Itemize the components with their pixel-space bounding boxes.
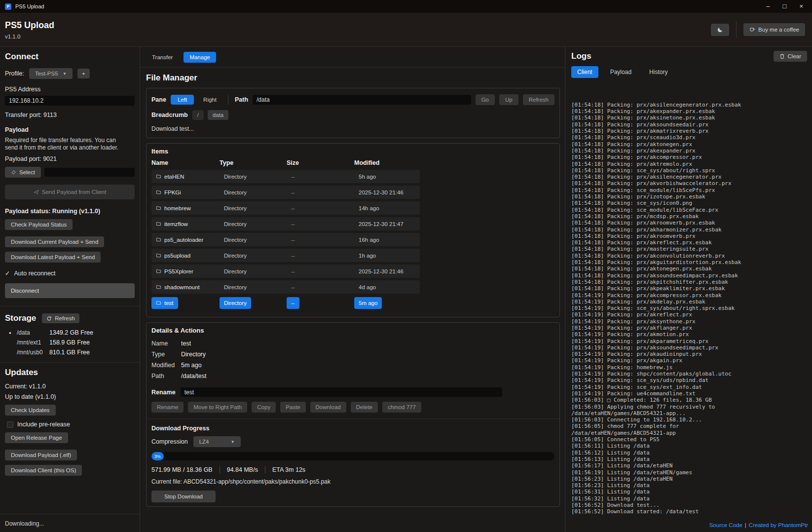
action-button[interactable]: Download [310,402,346,413]
action-button[interactable]: Delete [351,402,378,413]
logs-panel: Logs Clear Client Payload History [01:54… [565,47,812,532]
select-payload-button[interactable]: Select [5,167,41,178]
tab-payload[interactable]: Payload [604,66,637,78]
current-file-text: Current file: ABCD54321-app/shpc/content… [151,478,554,485]
refresh-button[interactable]: Refresh [523,94,554,105]
table-row[interactable]: shadowmount Directory -- 4d ago [151,280,420,294]
ps5-address-input[interactable] [5,96,135,106]
log-line: [01:56:52] Download test... [571,502,809,508]
breadcrumb-chip[interactable]: / [192,110,204,120]
source-code-link[interactable]: Source Code [709,522,742,528]
tab-transfer[interactable]: Transfer [146,52,179,63]
action-button[interactable]: Copy [252,402,276,413]
auto-reconnect-checkbox[interactable]: ✓ Auto reconnect [5,269,135,277]
log-line: [01:56:13] Listing /data [571,456,809,462]
tab-client[interactable]: Client [571,66,598,78]
log-line: [01:56:31] Listing /data [571,489,809,495]
connect-title: Connect [5,52,135,62]
path-input[interactable] [253,95,471,105]
folder-icon [156,284,161,290]
pane-right-button[interactable]: Right [198,95,221,105]
go-button[interactable]: Go [476,94,495,105]
log-line: [01:54:19] Packing: homebrew.js [571,364,809,371]
storage-refresh-label: Refresh [55,315,74,321]
attach-icon [11,170,16,175]
minimize-button[interactable]: – [766,0,770,13]
log-line: [01:54:18] Packing: prx/sceaudio3d.prx [571,134,809,141]
mount-path: /data [17,329,49,336]
storage-refresh-button[interactable]: Refresh [42,313,79,323]
pane-left-button[interactable]: Left [171,95,194,105]
send-payload-button[interactable]: Send Payload from Client [5,185,135,199]
action-button[interactable]: Move to Right Path [188,402,247,413]
table-row[interactable]: FPKGi Directory -- 2025-12-30 21:46 [151,186,420,199]
log-line: [01:54:18] Packing: prx/masteringsuite.p… [571,246,809,252]
storage-row[interactable]: /mnt/usb0 810.1 GB Free [5,347,135,357]
download-latest-payload-button[interactable]: Download Latest Payload + Send [5,252,101,263]
log-line: [01:54:18] Packing: sce_sys/icon0.png [571,200,809,206]
credit-text: Created by PhantomPtr [749,522,808,528]
item-modified: 14h ago [354,202,384,214]
footer-separator: | [742,522,749,528]
detail-value: /data/test [181,373,554,380]
log-output[interactable]: [01:54:18] Packing: prx/aksilencegenerat… [571,82,809,520]
storage-row[interactable]: /mnt/ext1 158.9 GB Free [5,338,135,347]
mount-path: /mnt/ext1 [17,339,49,346]
log-line: [01:54:18] Packing: prx/aktonegen.prx.es… [571,266,809,272]
add-profile-button[interactable]: + [77,69,90,78]
item-size: -- [287,187,299,198]
maximize-button[interactable]: □ [783,0,787,13]
rename-input[interactable] [181,387,502,397]
breadcrumb-chip[interactable]: data [208,110,228,120]
tab-history[interactable]: History [643,66,673,78]
action-button[interactable]: Paste [280,402,305,413]
up-button[interactable]: Up [499,94,518,105]
theme-toggle-button[interactable] [711,24,729,36]
check-updates-button[interactable]: Check Updates [5,405,56,416]
log-line: [01:54:19] Packing: sce_sys/uds/npbind.d… [571,377,809,383]
disconnect-button[interactable]: Disconnect [5,283,135,298]
table-row[interactable]: itemzflow Directory -- 2025-12-30 21:47 [151,217,420,230]
table-row[interactable]: ps5_autoloader Directory -- 16h ago [151,233,420,246]
clear-logs-button[interactable]: Clear [774,51,807,62]
profile-dropdown[interactable]: Test-PS5 ▼ [29,68,73,79]
download-payload-elf-button[interactable]: Download Payload (.elf) [5,450,77,460]
detail-value: Directory [181,351,554,358]
log-line: [01:54:18] Packing: sce_sys/about/right.… [571,167,809,174]
log-line: [01:54:18] Packing: prx/aktonegen.prx [571,141,809,148]
items-title: Items [151,148,554,155]
transfer-status-text: Download test... [151,123,554,134]
table-row[interactable]: PS5Xplorer Directory -- 2025-12-30 21:46 [151,265,420,278]
log-line: [01:54:18] Packing: prx/akexpander.prx [571,148,809,154]
window-controls: – □ × [766,0,807,13]
download-client-button[interactable]: Download Client (this OS) [5,465,82,476]
download-current-payload-button[interactable]: Download Current Payload + Send [5,236,104,247]
table-row[interactable]: homebrew Directory -- 14h ago [151,201,420,215]
buy-coffee-button[interactable]: Buy me a coffee [743,23,805,36]
item-name: FPKGi [164,190,181,195]
open-release-page-button[interactable]: Open Release Page [5,432,68,443]
stop-download-button[interactable]: Stop Download [151,491,216,502]
action-button[interactable]: chmod 777 [382,402,421,413]
table-row[interactable]: test Directory -- 5m ago [151,296,420,309]
payload-file-input[interactable] [44,168,135,177]
table-row[interactable]: etaHEN Directory -- 5h ago [151,170,420,183]
coffee-icon [749,27,755,33]
log-line: /data/etaHEN/games/ABCD54321-app [571,430,809,436]
item-name: ps5_autoloader [164,237,203,243]
prerelease-checkbox[interactable]: Include pre-release [7,421,135,428]
close-button[interactable]: × [799,0,803,13]
log-line: [01:54:18] Packing: prx/aksilencegenerat… [571,174,809,180]
transfer-port-text: Transfer port: 9113 [5,112,135,118]
breadcrumb: /data [192,110,229,120]
log-line: [01:56:03] □ Completed: 126 files, 18.36… [571,397,809,403]
tab-manage[interactable]: Manage [184,52,216,63]
storage-row[interactable]: ● /data 1349.2 GB Free [5,328,135,338]
item-size: -- [287,281,299,293]
transfer-stats: 571.99 MB / 18.36 GB 94.84 MB/s ETA 3m 1… [151,466,554,473]
table-row[interactable]: ps5upload Directory -- 1h ago [151,249,420,262]
folder-icon [156,237,161,242]
compression-dropdown[interactable]: LZ4 ▼ [193,436,241,447]
action-button[interactable]: Rename [151,402,184,413]
check-payload-status-button[interactable]: Check Payload Status [5,219,73,230]
